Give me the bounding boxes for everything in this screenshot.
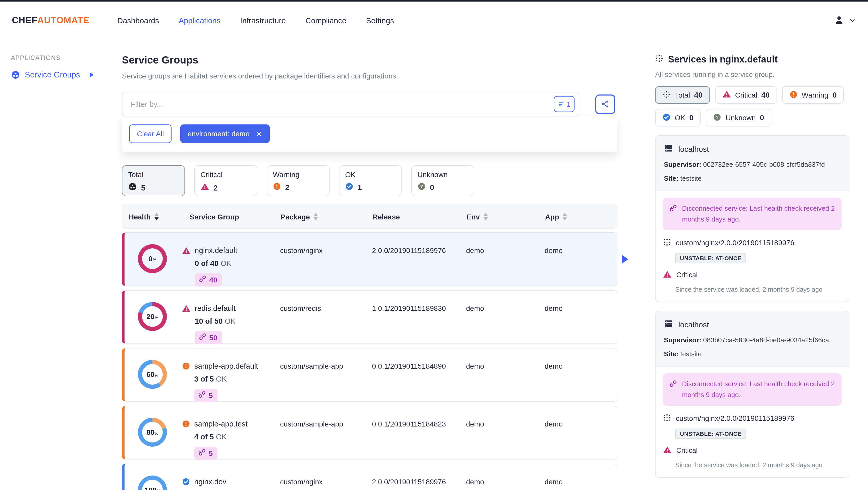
main-content: Service Groups Service groups are Habita…: [103, 39, 639, 490]
chef-automate-logo[interactable]: CHEFAUTOMATE: [0, 15, 89, 26]
status-tab-ok[interactable]: OK 1: [339, 165, 402, 196]
status-tab-critical[interactable]: Critical 2: [194, 165, 257, 196]
status-tab-total[interactable]: Total 5: [122, 165, 185, 196]
host-name: localhost: [678, 144, 709, 153]
package-cell: custom/redis: [280, 304, 372, 345]
service-health-label: Critical: [676, 447, 698, 455]
table-row-nginx-dev[interactable]: 100% nginx.dev 10 of 10 OK 10 custom/ngi…: [122, 464, 617, 490]
page-subtitle: Service groups are Habitat services orde…: [122, 72, 617, 80]
table-row-sample-app-default[interactable]: 60% sample-app.default 3 of 5 OK 5 custo…: [122, 348, 617, 402]
share-button[interactable]: [595, 94, 615, 114]
critical-triangle-icon: [200, 182, 209, 191]
disconnected-link-icon: [198, 332, 207, 341]
service-card[interactable]: localhost Supervisor: 002732ee-6557-405c…: [655, 135, 849, 302]
table-row-redis-default[interactable]: 20% redis.default 10 of 50 OK 50 custom/…: [122, 290, 617, 344]
column-header-app[interactable]: App: [545, 213, 617, 221]
chevron-down-icon: [849, 17, 856, 24]
nav-dashboards[interactable]: Dashboards: [117, 16, 159, 25]
app-cell: demo: [545, 304, 617, 345]
table-row-sample-app-test[interactable]: 80% sample-app.test 4 of 5 OK 5 custom/s…: [122, 406, 617, 460]
sort-arrows-icon[interactable]: [483, 213, 488, 221]
selected-row-caret-icon[interactable]: [622, 255, 628, 263]
pill-warning[interactable]: Warning0: [782, 86, 844, 104]
disconnected-alert: Disconnected service: Last health check …: [663, 373, 842, 406]
column-header-health[interactable]: Health: [129, 213, 190, 221]
release-cell: 0.0.1/20190115184890: [372, 362, 466, 402]
nav-settings[interactable]: Settings: [366, 16, 394, 25]
panel-subtitle: All services running in a service group.: [655, 71, 849, 78]
column-header-env[interactable]: Env: [467, 213, 545, 221]
sort-arrows-icon[interactable]: [563, 213, 567, 221]
nav-applications[interactable]: Applications: [179, 16, 221, 25]
status-tab-label: Warning: [273, 170, 329, 178]
habitat-dots-icon: [663, 238, 671, 246]
question-circle-icon: ?: [713, 113, 721, 121]
sidebar-section-label: APPLICATIONS: [11, 54, 103, 61]
clear-all-button[interactable]: Clear All: [129, 124, 172, 143]
expand-arrow-icon[interactable]: [90, 72, 94, 77]
site-name: testsite: [680, 174, 702, 182]
service-status-pills: Total40 Critical40 Warning0 OK0 ?Unknown…: [655, 86, 849, 127]
pill-critical[interactable]: Critical40: [715, 86, 777, 104]
supervisor-id: 002732ee-6557-405c-b008-cfcf5da837fd: [703, 161, 825, 168]
services-detail-panel: Services in nginx.default All services r…: [639, 39, 868, 490]
panel-title: Services in nginx.default: [668, 54, 778, 65]
nav-infrastructure[interactable]: Infrastructure: [240, 16, 286, 25]
update-strategy-badge: UNSTABLE: AT-ONCE: [675, 253, 746, 263]
server-icon: [664, 143, 673, 153]
column-header-package[interactable]: Package: [281, 213, 373, 221]
env-cell: demo: [466, 420, 545, 460]
sidebar-item-label: Service Groups: [25, 70, 80, 79]
chip-close-icon[interactable]: ✕: [256, 130, 262, 138]
pill-ok[interactable]: OK0: [655, 109, 701, 127]
status-tab-unknown[interactable]: Unknown ?0: [411, 165, 474, 196]
service-package-id: custom/nginx/2.0.0/20190115189976: [676, 239, 795, 247]
share-icon: [601, 100, 610, 108]
logo-automate: AUTOMATE: [37, 15, 90, 25]
service-groups-icon: [11, 70, 20, 79]
service-group-name: nginx.dev: [194, 478, 235, 486]
sort-arrows-icon[interactable]: [154, 213, 159, 221]
critical-triangle-icon: [722, 90, 731, 99]
warning-circle-icon: [273, 182, 281, 191]
disconnected-link-icon: [669, 204, 677, 212]
env-cell: demo: [466, 246, 545, 287]
filter-chip-environment-demo[interactable]: environment: demo ✕: [180, 124, 270, 143]
sort-arrows-icon[interactable]: [314, 213, 318, 221]
check-circle-icon: [345, 182, 353, 191]
filter-chip-label: environment: demo: [188, 130, 250, 138]
check-circle-icon: [662, 113, 671, 121]
filter-count-button[interactable]: 1: [554, 96, 575, 112]
pill-unknown[interactable]: ?Unknown0: [706, 109, 771, 127]
user-avatar-icon: [833, 14, 845, 26]
status-tab-label: Unknown: [417, 170, 474, 178]
release-cell: 2.0.0/20190115189976: [372, 478, 466, 490]
critical-triangle-icon: [182, 246, 191, 255]
warning-circle-icon: [182, 362, 190, 370]
user-menu[interactable]: [833, 14, 868, 26]
chef-automate-app: CHEFAUTOMATE Dashboards Applications Inf…: [0, 0, 868, 490]
release-cell: 1.0.1/20190115189830: [372, 304, 466, 345]
nav-compliance[interactable]: Compliance: [305, 16, 346, 25]
disconnected-link-icon: [198, 390, 206, 399]
status-tab-count: 2: [213, 183, 218, 192]
filter-lines-icon: [558, 100, 565, 108]
service-group-name: sample-app.test: [194, 420, 247, 428]
column-header-service-group[interactable]: Service Group: [190, 213, 281, 221]
server-icon: [664, 319, 673, 328]
service-card-header: localhost Supervisor: 083b07ca-5830-4a8d…: [656, 312, 849, 367]
filter-input[interactable]: [131, 100, 554, 108]
release-cell: 2.0.0/20190115189976: [372, 246, 466, 287]
pill-total[interactable]: Total40: [655, 86, 710, 104]
critical-triangle-icon: [663, 270, 672, 279]
service-card-header: localhost Supervisor: 002732ee-6557-405c…: [656, 136, 849, 191]
column-header-release[interactable]: Release: [373, 213, 467, 221]
package-cell: custom/nginx: [280, 246, 372, 287]
status-tab-count: 0: [430, 183, 434, 192]
status-tab-warning[interactable]: Warning 2: [267, 165, 330, 196]
sidebar-item-service-groups[interactable]: Service Groups: [11, 70, 103, 79]
env-cell: demo: [466, 478, 545, 490]
env-cell: demo: [466, 362, 545, 402]
table-row-nginx-default[interactable]: 0% nginx.default 0 of 40 OK 40 custom/ng…: [122, 232, 617, 286]
service-card[interactable]: localhost Supervisor: 083b07ca-5830-4a8d…: [655, 311, 849, 478]
